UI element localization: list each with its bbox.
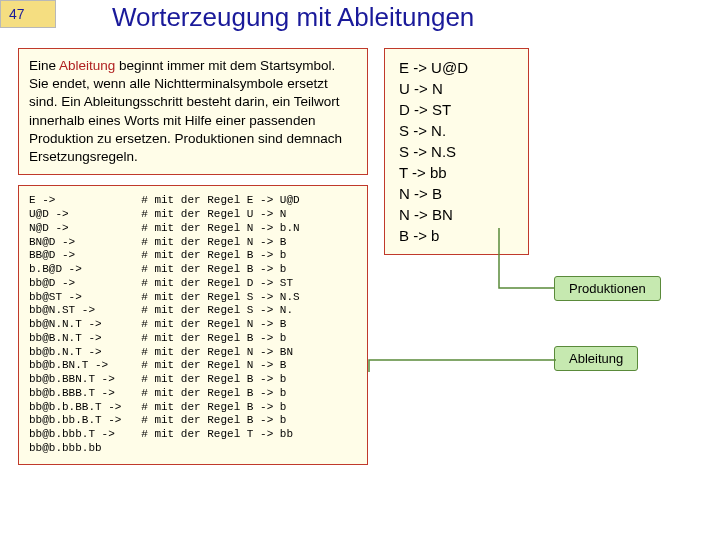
derivation-steps-box: E -> # mit der Regel E -> U@D U@D -> # m… bbox=[18, 185, 368, 464]
intro-rest: beginnt immer mit dem Startsymbol. Sie e… bbox=[29, 58, 342, 164]
connector-abl bbox=[366, 354, 566, 378]
intro-text-box: Eine Ableitung beginnt immer mit dem Sta… bbox=[18, 48, 368, 175]
left-column: Eine Ableitung beginnt immer mit dem Sta… bbox=[18, 48, 368, 465]
intro-highlight: Ableitung bbox=[59, 58, 115, 73]
slide-content: Eine Ableitung beginnt immer mit dem Sta… bbox=[0, 40, 720, 465]
right-column: E -> U@D U -> N D -> ST S -> N. S -> N.S… bbox=[384, 48, 684, 465]
intro-prefix: Eine bbox=[29, 58, 59, 73]
connector-prod bbox=[494, 223, 564, 297]
callout-ableitung: Ableitung bbox=[554, 346, 638, 371]
slide-header: 47 Worterzeugung mit Ableitungen bbox=[0, 0, 720, 40]
slide-title: Worterzeugung mit Ableitungen bbox=[112, 2, 474, 33]
page-number-badge: 47 bbox=[0, 0, 56, 28]
callout-produktionen: Produktionen bbox=[554, 276, 661, 301]
